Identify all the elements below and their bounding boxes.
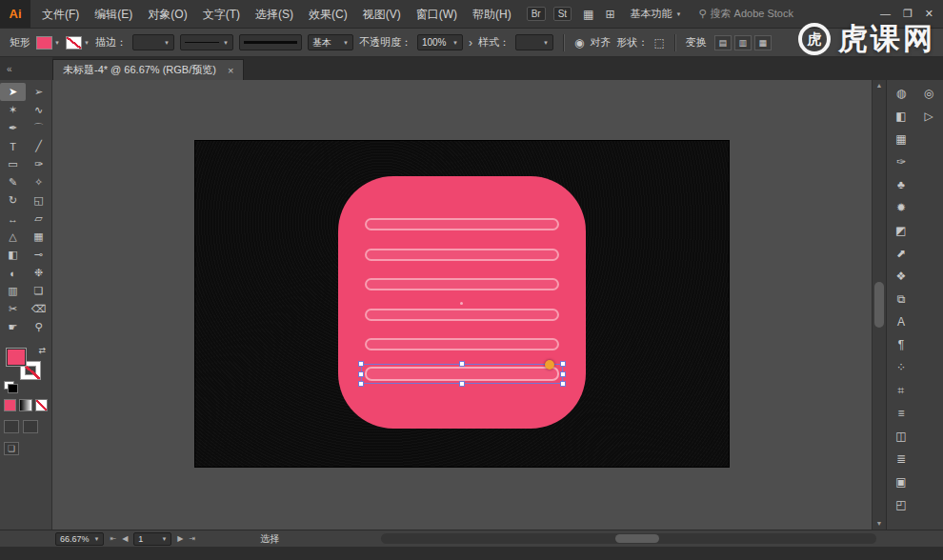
selection-handle[interactable] [459,361,465,367]
magic-wand-tool[interactable]: ✶ [0,101,26,119]
hand-tool[interactable]: ☛ [0,318,26,336]
color-button[interactable] [4,399,16,411]
actions-panel-icon[interactable]: ▷ [916,106,941,127]
stripe-shape[interactable] [365,218,559,230]
asset-export-panel-icon[interactable]: ◰ [889,494,913,515]
align-panel-icon[interactable]: ≡ [889,403,913,424]
selection-tool[interactable]: ➤ [0,83,26,101]
scroll-down-icon[interactable]: ▼ [873,518,886,530]
paintbrush-tool[interactable]: ✑ [26,155,51,173]
menu-item[interactable]: 编辑(E) [87,0,140,28]
default-fill-stroke-icon[interactable] [4,381,14,390]
arrange-documents-icon[interactable]: ▦ [583,8,593,21]
menu-item[interactable]: 视图(V) [355,0,409,28]
artboard-number-select[interactable]: 1 ▼ [133,532,171,546]
stroke-panel-icon[interactable]: ≣ [889,449,913,470]
eyedropper-tool[interactable]: ⊸ [26,246,51,264]
draw-behind-button[interactable] [23,420,38,433]
stripe-shape[interactable] [365,278,559,290]
vertical-scrollbar[interactable]: ▲ ▼ [872,80,886,530]
selection-handle[interactable] [560,361,566,367]
type-tool[interactable]: T [0,137,26,155]
graphic-styles-panel-icon[interactable]: ❖ [889,266,913,287]
selection-handle[interactable] [560,381,566,387]
opacity-select[interactable]: 100% ▼ [417,34,463,50]
stripe-shape[interactable] [365,249,559,261]
pathfinder-panel-toggle-icon[interactable]: ▦ [754,35,772,50]
artboards-panel-icon[interactable]: ▣ [889,471,913,492]
vertical-scrollbar-thumb[interactable] [874,282,884,328]
export-panel-icon[interactable]: ⬈ [889,243,913,264]
selected-stripe-shape[interactable] [365,367,559,381]
fill-color-indicator[interactable] [6,348,27,367]
app-logo-icon[interactable]: Ai [0,0,30,28]
curvature-tool[interactable]: ⌒ [26,119,51,137]
application-grid-icon[interactable]: ⊞ [605,8,614,21]
menu-item[interactable]: 效果(C) [301,0,355,28]
more-options-chevron-icon[interactable]: › [469,36,472,50]
selection-handle[interactable] [358,371,364,377]
zoom-tool[interactable]: ⚲ [26,318,51,336]
gradient-tool[interactable]: ◧ [0,246,26,264]
menu-item[interactable]: 文件(F) [34,0,87,28]
icon-rounded-square-shape[interactable] [338,176,586,429]
menu-item[interactable]: 帮助(H) [465,0,519,28]
menu-item[interactable]: 对象(O) [140,0,194,28]
brushes-panel-icon[interactable]: ✑ [889,151,913,172]
selection-handle[interactable] [358,361,364,367]
variable-width-profile-select[interactable]: ▼ [180,34,233,50]
next-artboard-button[interactable]: ▶ [177,534,183,543]
mesh-tool[interactable]: ▦ [26,228,51,246]
zoom-level-select[interactable]: 66.67% ▼ [55,532,104,546]
lasso-tool[interactable]: ∿ [26,101,51,119]
pencil-tool[interactable]: ✎ [0,173,26,191]
rotate-tool[interactable]: ↻ [0,191,26,210]
draw-normal-button[interactable] [4,420,19,433]
gradient-panel-icon[interactable]: ◧ [889,106,913,127]
bridge-badge[interactable]: Br [527,7,546,21]
style-select[interactable]: ▼ [515,34,553,50]
horizontal-scrollbar-thumb[interactable] [615,534,659,543]
menu-item[interactable]: 文字(T) [195,0,248,28]
last-artboard-button[interactable]: ⇥ [190,534,196,543]
line-segment-tool[interactable]: ╱ [26,137,51,155]
recolor-artwork-icon[interactable]: ◉ [574,36,584,50]
shaper-tool[interactable]: ✧ [26,173,51,191]
toolbar-collapse-button[interactable]: « [0,57,52,80]
width-tool[interactable]: ↔ [0,210,26,228]
stroke-color-control[interactable]: ▼ [66,36,90,50]
perspective-grid-tool[interactable]: △ [0,228,26,246]
selection-handle[interactable] [358,381,364,387]
paragraph-panel-icon[interactable]: ¶ [889,334,913,355]
direct-selection-tool[interactable]: ➢ [26,83,51,101]
workspace-switcher[interactable]: 基本功能 ▼ [631,7,682,21]
character-panel-icon[interactable]: A [889,311,913,332]
color-guide-panel-icon[interactable]: ◩ [889,220,913,241]
prev-artboard-button[interactable]: ◀ [122,534,128,543]
flare-panel-icon[interactable]: ✹ [889,197,913,218]
selection-handle[interactable] [459,381,465,387]
symbols-panel-icon[interactable]: ♣ [889,174,913,195]
stock-badge[interactable]: St [553,7,572,21]
menu-item[interactable]: 选择(S) [248,0,301,28]
transform-button[interactable]: 变换 [686,35,707,50]
pen-tool[interactable]: ✒ [0,119,26,137]
shape-properties-icon[interactable]: ⬚ [653,36,664,50]
rectangle-tool[interactable]: ▭ [0,155,26,173]
scroll-up-icon[interactable]: ▲ [873,80,886,91]
symbol-sprayer-tool[interactable]: ❉ [26,264,51,282]
transform-panel-icon[interactable]: ⌗ [889,380,913,401]
pathfinder-panel-icon[interactable]: ◫ [889,426,913,447]
swatches-panel-icon[interactable]: ▦ [889,129,913,150]
horizontal-scrollbar[interactable] [381,533,876,544]
canvas-area[interactable]: ▲ ▼ [52,80,886,530]
tab-close-icon[interactable]: × [228,65,233,76]
first-artboard-button[interactable]: ⇤ [110,534,116,543]
screen-mode-button[interactable]: ❏ [4,442,19,455]
eraser-tool[interactable]: ⌫ [26,300,51,318]
stock-search[interactable]: ⚲ 搜索 Adobe Stock [698,7,793,21]
menu-item[interactable]: 窗口(W) [409,0,465,28]
appearance-panel-icon[interactable]: ◍ [889,83,913,104]
fill-color-control[interactable]: ▼ [36,36,60,50]
layers-panel-icon[interactable]: ⧉ [889,289,913,310]
